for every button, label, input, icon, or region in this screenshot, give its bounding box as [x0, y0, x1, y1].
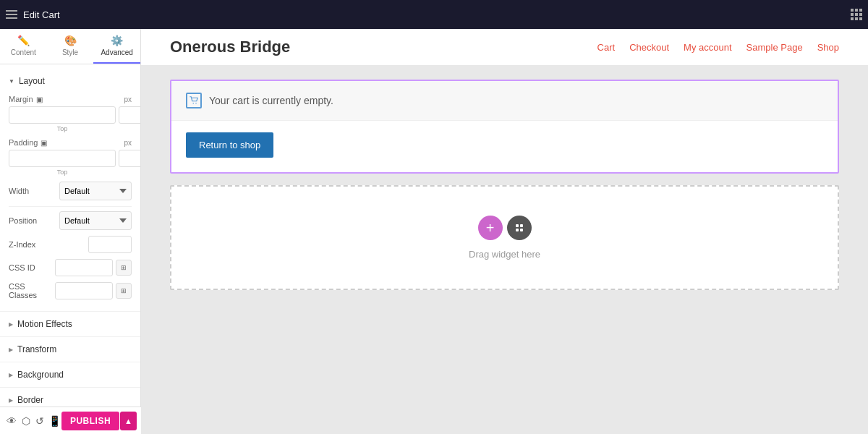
- nav-checkout[interactable]: Checkout: [629, 42, 669, 53]
- zindex-input[interactable]: [88, 236, 132, 253]
- publish-button[interactable]: PUBLISH: [61, 412, 119, 430]
- padding-unit: px: [124, 139, 132, 147]
- cssclasses-row: CSS Classes ⊞: [9, 282, 132, 299]
- background-label: Background: [17, 370, 64, 380]
- svg-rect-2: [516, 224, 519, 227]
- eye-tool[interactable]: 👁: [4, 412, 19, 430]
- width-label: Width: [9, 187, 29, 195]
- nav-samplepage[interactable]: Sample Page: [746, 42, 803, 53]
- advanced-icon: ⚙️: [111, 35, 123, 46]
- background-section: ▶ Background: [0, 362, 140, 387]
- drop-zone: + Drag widget here: [170, 185, 839, 290]
- margin-top-input[interactable]: [9, 106, 116, 124]
- drop-zone-buttons: +: [478, 216, 532, 240]
- cssclasses-input[interactable]: [55, 282, 113, 299]
- zindex-row: Z-Index: [9, 236, 132, 253]
- cssclasses-label: CSS Classes: [9, 282, 55, 299]
- widget-handle-button[interactable]: [507, 216, 532, 240]
- cssid-input[interactable]: [55, 259, 113, 276]
- hamburger-icon[interactable]: [6, 10, 17, 19]
- cssclasses-help-btn[interactable]: ⊞: [116, 283, 132, 299]
- panel-tabs: ✏️ Content 🎨 Style ⚙️ Advanced: [0, 29, 140, 64]
- svg-rect-4: [516, 229, 519, 231]
- nav-shop[interactable]: Shop: [817, 42, 839, 53]
- transform-arrow: ▶: [9, 346, 13, 353]
- cssid-help-btn[interactable]: ⊞: [116, 260, 132, 276]
- content-icon: ✏️: [17, 35, 30, 46]
- margin-right-input[interactable]: [119, 106, 140, 124]
- return-to-shop-button[interactable]: Return to shop: [186, 132, 273, 158]
- width-row: Width Default: [9, 182, 132, 200]
- layout-arrow-icon: ▼: [9, 78, 14, 85]
- position-select[interactable]: Default: [59, 211, 132, 230]
- transform-section: ▶ Transform: [0, 336, 140, 362]
- site-header: Onerous Bridge Cart Checkout My account …: [141, 29, 868, 65]
- svg-rect-3: [520, 224, 523, 227]
- grid-icon[interactable]: [851, 9, 862, 20]
- style-icon: 🎨: [64, 35, 77, 46]
- cart-inner: Your cart is currently empty. Return to …: [171, 81, 838, 172]
- tab-style[interactable]: 🎨 Style: [47, 29, 94, 64]
- margin-top-label: Top: [9, 125, 116, 132]
- history-tool[interactable]: ↺: [33, 412, 47, 430]
- padding-right-label: Right: [119, 169, 140, 176]
- tab-advanced[interactable]: ⚙️ Advanced: [93, 29, 140, 64]
- layout-section-body: Margin ▣ px Top Right: [0, 92, 140, 311]
- position-label: Position: [9, 216, 37, 225]
- padding-label: Padding: [9, 138, 38, 147]
- cart-empty-bar: Your cart is currently empty.: [171, 81, 838, 121]
- layout-section-header[interactable]: ▼ Layout: [0, 70, 140, 92]
- layers-tool[interactable]: ⬡: [19, 412, 33, 430]
- cart-empty-text: Your cart is currently empty.: [209, 95, 333, 106]
- tab-content-label: Content: [11, 48, 36, 56]
- publish-chevron-btn[interactable]: ▲: [120, 412, 137, 430]
- margin-icon: ▣: [36, 95, 43, 103]
- drop-zone-label: Drag widget here: [469, 249, 540, 260]
- panel-content: ▼ Layout Margin ▣ px: [0, 64, 140, 434]
- cssid-label: CSS ID: [9, 263, 35, 272]
- svg-rect-5: [520, 229, 523, 231]
- top-bar: Edit Cart: [0, 0, 868, 29]
- transform-label: Transform: [17, 344, 56, 354]
- cart-icon: [186, 93, 202, 109]
- background-arrow: ▶: [9, 372, 13, 378]
- motion-effects-arrow: ▶: [9, 321, 13, 328]
- motion-effects-header[interactable]: ▶ Motion Effects: [0, 312, 140, 336]
- topbar-title: Edit Cart: [23, 9, 60, 20]
- svg-point-1: [195, 103, 197, 104]
- margin-group: Margin ▣ px Top Right: [9, 95, 132, 132]
- responsive-tool[interactable]: 📱: [47, 412, 61, 430]
- padding-top-input[interactable]: [9, 150, 116, 167]
- position-row: Position Default: [9, 211, 132, 230]
- margin-unit: px: [124, 95, 132, 103]
- add-widget-button[interactable]: +: [478, 216, 503, 240]
- padding-top-label: Top: [9, 169, 116, 176]
- motion-effects-label: Motion Effects: [17, 319, 72, 329]
- transform-header[interactable]: ▶ Transform: [0, 337, 140, 362]
- padding-right-input[interactable]: [119, 150, 140, 167]
- bottom-toolbar: 👁 ⬡ ↺ 📱 PUBLISH ▲: [0, 407, 141, 434]
- padding-group: Padding ▣ px Top Right: [9, 138, 132, 176]
- nav-myaccount[interactable]: My account: [684, 42, 731, 53]
- divider-1: [9, 206, 132, 207]
- svg-point-0: [193, 103, 195, 104]
- tab-style-label: Style: [62, 48, 78, 56]
- layout-section-title: Layout: [19, 76, 45, 86]
- cart-section: Your cart is currently empty. Return to …: [170, 80, 839, 174]
- main-area: Onerous Bridge Cart Checkout My account …: [141, 29, 868, 434]
- nav-cart[interactable]: Cart: [597, 42, 616, 53]
- site-title: Onerous Bridge: [170, 38, 290, 56]
- publish-group: PUBLISH ▲: [61, 412, 137, 430]
- motion-effects-section: ▶ Motion Effects: [0, 311, 140, 336]
- tab-advanced-label: Advanced: [101, 48, 132, 56]
- border-label: Border: [17, 395, 43, 405]
- site-nav: Cart Checkout My account Sample Page Sho…: [597, 42, 839, 53]
- background-header[interactable]: ▶ Background: [0, 362, 140, 387]
- margin-right-label: Right: [119, 125, 140, 132]
- width-select[interactable]: Default: [59, 182, 132, 200]
- tab-content[interactable]: ✏️ Content: [0, 29, 47, 64]
- zindex-label: Z-Index: [9, 240, 35, 249]
- padding-icon: ▣: [41, 139, 47, 147]
- page-content: Your cart is currently empty. Return to …: [141, 65, 868, 305]
- left-panel: ✏️ Content 🎨 Style ⚙️ Advanced ▼ Layout …: [0, 29, 141, 434]
